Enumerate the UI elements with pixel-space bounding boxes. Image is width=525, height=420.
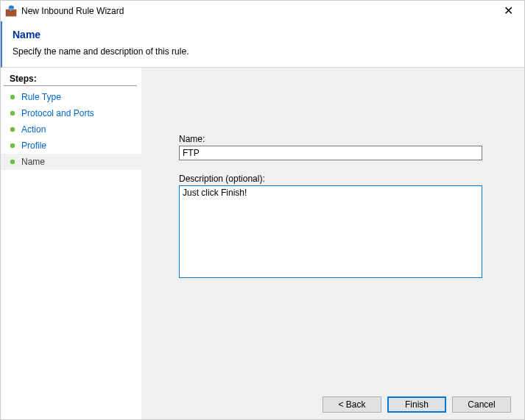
- step-label: Protocol and Ports: [21, 108, 94, 118]
- step-name[interactable]: Name: [1, 154, 141, 170]
- steps-heading: Steps:: [4, 71, 137, 86]
- close-icon[interactable]: ✕: [498, 1, 518, 21]
- name-input[interactable]: [179, 146, 482, 160]
- wizard-body: Steps: Rule Type Protocol and Ports Acti…: [1, 68, 524, 420]
- step-label: Profile: [21, 140, 46, 151]
- description-label: Description (optional):: [179, 174, 502, 184]
- steps-sidebar: Steps: Rule Type Protocol and Ports Acti…: [1, 68, 142, 420]
- name-label: Name:: [179, 134, 502, 144]
- back-button[interactable]: < Back: [323, 396, 381, 413]
- bullet-icon: [10, 94, 15, 100]
- wizard-buttons: < Back Finish Cancel: [323, 396, 511, 413]
- firewall-icon: [5, 5, 17, 17]
- window-title: New Inbound Rule Wizard: [21, 6, 124, 16]
- cancel-button[interactable]: Cancel: [452, 396, 511, 413]
- svg-point-7: [10, 95, 15, 99]
- wizard-header: Name Specify the name and description of…: [1, 21, 524, 68]
- step-label: Name: [21, 157, 45, 167]
- step-action[interactable]: Action: [1, 121, 141, 138]
- description-input[interactable]: [179, 185, 482, 278]
- svg-point-8: [10, 111, 15, 115]
- step-label: Action: [21, 124, 46, 135]
- step-profile[interactable]: Profile: [1, 138, 141, 154]
- titlebar: New Inbound Rule Wizard ✕: [1, 1, 524, 21]
- titlebar-left: New Inbound Rule Wizard: [5, 5, 124, 17]
- bullet-icon: [10, 127, 15, 132]
- svg-point-11: [10, 160, 15, 164]
- svg-point-9: [10, 127, 15, 132]
- svg-point-10: [10, 143, 15, 148]
- name-field-group: Name:: [179, 134, 502, 160]
- bullet-icon: [10, 110, 15, 116]
- step-protocol-ports[interactable]: Protocol and Ports: [1, 105, 141, 121]
- description-field-group: Description (optional):: [179, 174, 502, 280]
- finish-button[interactable]: Finish: [387, 396, 446, 413]
- bullet-icon: [10, 143, 15, 149]
- bullet-icon: [10, 159, 15, 165]
- page-subtitle: Specify the name and description of this…: [13, 46, 514, 57]
- step-rule-type[interactable]: Rule Type: [1, 89, 141, 105]
- step-label: Rule Type: [21, 92, 61, 102]
- page-title: Name: [13, 29, 514, 40]
- main-panel: Name: Description (optional): < Back Fin…: [142, 68, 524, 420]
